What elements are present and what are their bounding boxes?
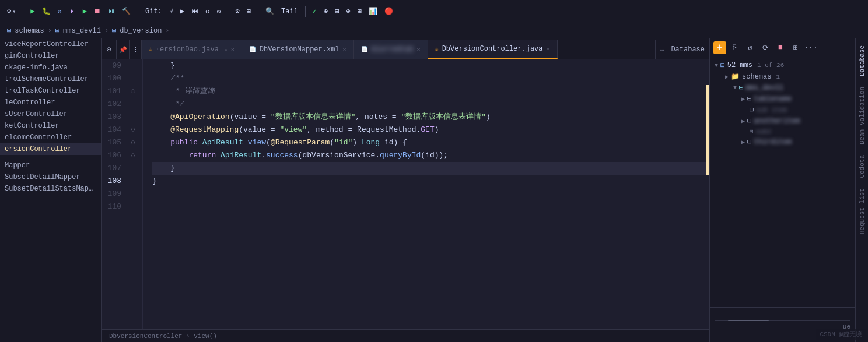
db-connection-item[interactable]: ▼ ⊟ 52_mms 1 of 26: [710, 59, 855, 71]
tab-close[interactable]: ✕: [231, 46, 235, 53]
git-rollback[interactable]: ↻: [214, 6, 223, 17]
gutter-109: [131, 188, 142, 200]
file-item[interactable]: SubsetDetailMapper: [0, 171, 102, 183]
tab-versiondao[interactable]: ☕ ·ersionDao.java ● ✕: [142, 40, 242, 59]
tab-close[interactable]: ✕: [343, 46, 346, 53]
code-line-105: @RequestMapping(value = "view", method =…: [152, 124, 706, 136]
db-stop-button[interactable]: ■: [774, 41, 787, 54]
file-item[interactable]: SubsetDetailStatsMapper: [0, 183, 102, 195]
checkmark-icon[interactable]: ✓: [310, 6, 319, 17]
code-line-101: /**: [152, 72, 706, 85]
file-item[interactable]: trolSchemeController: [0, 73, 102, 85]
file-item[interactable]: trolTaskController: [0, 85, 102, 97]
gutter-104: ◌: [131, 124, 142, 136]
breadcrumb-dbversion[interactable]: db_version: [120, 27, 162, 35]
db-sub1-item[interactable]: ▶ ⊟ tablename: [710, 93, 855, 104]
debug-button[interactable]: 🐛: [40, 6, 53, 17]
breadcrumb-schemas[interactable]: schemas: [15, 27, 44, 35]
db-sub3-label: anotheritem: [754, 117, 800, 125]
vtab-bean-validation[interactable]: Bean Validation: [858, 82, 867, 149]
tab-mapper-xml[interactable]: 📄 DbVersionMapper.xml ✕: [242, 40, 354, 59]
tab-close-active[interactable]: ✕: [547, 45, 550, 52]
code-line-103: */: [152, 98, 706, 111]
db-folder-icon: 📁: [731, 72, 740, 81]
stop-button[interactable]: ⏹: [92, 6, 103, 17]
gutter: ◌ ◌ ◌ ◌: [131, 59, 143, 329]
tail-label: Tail: [279, 6, 300, 17]
gutter-106: ◌: [131, 149, 142, 162]
tab-splitv-icon[interactable]: ⋯: [660, 46, 664, 54]
code-line-102: * 详情查询: [152, 85, 706, 98]
file-item[interactable]: Mapper: [0, 160, 102, 171]
db-add-button[interactable]: +: [713, 41, 726, 54]
vertical-tabs: Database Bean Validation Codota Request …: [855, 38, 868, 342]
tab-dbcontroller[interactable]: ☕ DbVersionController.java ✕: [428, 40, 558, 59]
tab-label: blurredtab: [372, 45, 414, 54]
git-pull[interactable]: ⏮: [189, 6, 201, 17]
plugin4-icon[interactable]: ⊞: [355, 6, 364, 17]
db-sync-button[interactable]: ⟳: [759, 41, 772, 54]
db-sub5-item[interactable]: ▶ ⊟ thirditem: [710, 136, 855, 147]
profile-button[interactable]: ⏵: [66, 6, 78, 17]
db-schemas-label: schemas: [742, 73, 771, 81]
db-schemas-item[interactable]: ▶ 📁 schemas 1: [710, 71, 855, 82]
gutter-110: [131, 200, 142, 213]
tab-close[interactable]: ✕: [417, 46, 421, 53]
run2-button[interactable]: ▶: [80, 6, 89, 17]
file-item[interactable]: ketController: [0, 120, 102, 132]
file-item[interactable]: leController: [0, 97, 102, 108]
vtab-database[interactable]: Database: [858, 41, 867, 81]
resume-button[interactable]: ⏯: [106, 6, 117, 17]
db-copy-button[interactable]: ⎘: [729, 41, 741, 54]
ln-109: 109: [102, 188, 126, 200]
search-button[interactable]: 🔍: [263, 6, 276, 17]
file-item[interactable]: viceReportController: [0, 38, 102, 50]
file-item[interactable]: ckage-info.java: [0, 62, 102, 73]
tab-pin-icon[interactable]: 📌: [117, 40, 130, 59]
db-sub2-item[interactable]: ⊟ sub item: [710, 104, 855, 115]
code-content[interactable]: } /** * 详情查询 */ @ApiOperation(value = "数…: [143, 59, 706, 329]
db-sub4-item[interactable]: ⊟ sub2: [710, 126, 855, 136]
plugin6-icon[interactable]: 🔴: [382, 6, 396, 17]
coverage-button[interactable]: ↺: [55, 6, 64, 17]
chevron-right-icon-4: ▶: [741, 139, 745, 146]
tab-more-icon[interactable]: ⋮: [130, 40, 142, 59]
file-item[interactable]: ginController: [0, 50, 102, 62]
git-update[interactable]: ↺: [203, 6, 212, 17]
file-item-active[interactable]: ersionController: [0, 143, 102, 155]
git-branch[interactable]: ⑂: [167, 6, 176, 17]
tab-java-icon: ☕: [149, 46, 152, 53]
toolbar-config[interactable]: ⚙ ▾: [5, 6, 18, 17]
plugin1-icon[interactable]: ⊕: [321, 6, 330, 17]
build-button[interactable]: 🔨: [120, 6, 133, 17]
vtab-request-list[interactable]: Request list: [858, 184, 867, 239]
vtab-codota[interactable]: Codota: [858, 150, 867, 183]
tab-settings-icon[interactable]: ⊙: [102, 40, 117, 59]
db-more-button[interactable]: ···: [804, 41, 817, 54]
cg-99: [706, 59, 709, 72]
run-button[interactable]: ▶: [28, 6, 37, 17]
change-gutter: [706, 59, 709, 329]
db-grid-button[interactable]: ⊞: [789, 41, 802, 54]
git-push[interactable]: ▶: [178, 6, 187, 17]
db-refresh-button[interactable]: ↺: [744, 41, 757, 54]
plugin3-icon[interactable]: ⊕: [344, 6, 352, 17]
tab-blurred[interactable]: 📄 blurredtab ✕: [354, 40, 428, 59]
gutter-99: [131, 59, 142, 72]
plugin2-icon[interactable]: ⊞: [332, 6, 341, 17]
file-item[interactable]: elcomeController: [0, 132, 102, 143]
db-scrollbar[interactable]: [715, 320, 850, 321]
db-sub3-icon: ⊟: [747, 117, 751, 125]
db-connection-name: 52_mms: [727, 61, 752, 69]
status-text: DbVersionController › view(): [109, 333, 217, 340]
grid-button[interactable]: ⊞: [244, 6, 253, 17]
settings-button[interactable]: ⚙: [233, 6, 242, 17]
file-item[interactable]: sUserController: [0, 108, 102, 120]
main-layout: viceReportController ginController ckage…: [0, 38, 868, 342]
breadcrumb-mms[interactable]: mms_dev11: [63, 27, 101, 35]
db-mmsdev-item[interactable]: ▼ ⊟ mms_dev11: [710, 82, 855, 93]
database-panel: + ⎘ ↺ ⟳ ■ ⊞ ··· ▼ ⊟ 52_mms 1 of 26 ▶ 📁 s…: [709, 38, 855, 342]
plugin5-icon[interactable]: 📊: [366, 6, 380, 17]
db-sub3-item[interactable]: ▶ ⊟ anotheritem: [710, 115, 855, 126]
breadcrumb-icon-2: ⊟: [55, 26, 60, 35]
